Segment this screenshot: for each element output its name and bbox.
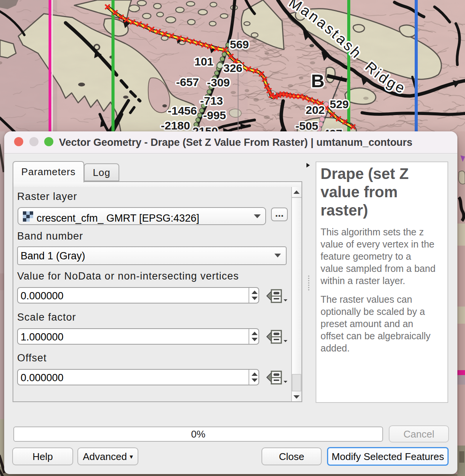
svg-text:-2180: -2180 (161, 119, 190, 132)
svg-text:101: 101 (194, 55, 213, 68)
svg-text:529: 529 (330, 98, 349, 110)
svg-text:-713: -713 (200, 94, 223, 107)
svg-text:B: B (311, 70, 324, 91)
svg-text:-657: -657 (176, 76, 199, 88)
svg-text:326: 326 (223, 62, 242, 74)
svg-text:569: 569 (230, 38, 249, 51)
svg-text:-505: -505 (295, 120, 318, 132)
svg-text:202: 202 (306, 104, 325, 116)
svg-text:-995: -995 (203, 109, 226, 121)
svg-text:-309: -309 (207, 76, 230, 89)
svg-text:-1456: -1456 (168, 104, 197, 117)
